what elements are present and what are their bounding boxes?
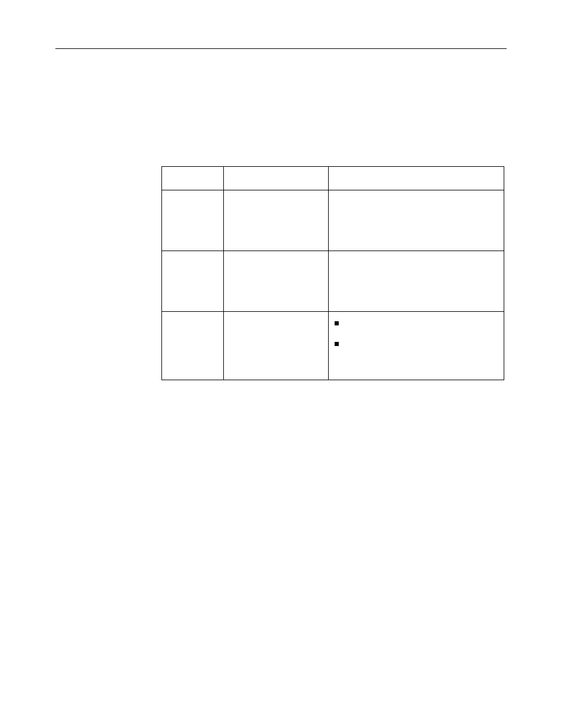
- table-header-cell: [329, 167, 504, 190]
- table-cell: [223, 190, 329, 251]
- table-row: [162, 312, 504, 380]
- table-cell: [329, 190, 504, 251]
- table-cell: [223, 312, 329, 380]
- square-bullet-icon: [335, 321, 339, 325]
- table-header-cell: [162, 167, 224, 190]
- table-cell: [162, 190, 224, 251]
- table-cell: [223, 251, 329, 312]
- table-row: [162, 251, 504, 312]
- table-row: [162, 190, 504, 251]
- list-item: [335, 338, 498, 346]
- bullet-list: [335, 318, 498, 346]
- list-item: [335, 318, 498, 325]
- square-bullet-icon: [335, 342, 339, 346]
- table-cell: [329, 312, 504, 380]
- table-cell: [162, 251, 224, 312]
- content-table: [161, 166, 504, 380]
- header-rule: [55, 48, 507, 49]
- table-cell: [329, 251, 504, 312]
- table-header-cell: [223, 167, 329, 190]
- table-header-row: [162, 167, 504, 190]
- table-cell: [162, 312, 224, 380]
